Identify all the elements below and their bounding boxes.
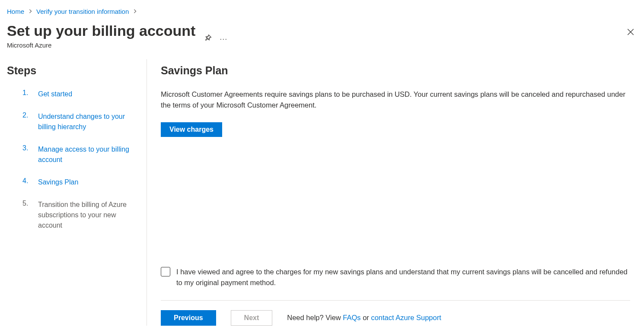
view-charges-button[interactable]: View charges — [161, 122, 222, 137]
step-label: Manage access to your billing account — [38, 144, 138, 165]
step-manage-access[interactable]: 3. Manage access to your billing account — [7, 144, 138, 165]
more-icon[interactable]: ··· — [220, 35, 227, 43]
step-number: 2. — [22, 111, 30, 119]
step-number: 5. — [22, 200, 30, 207]
pin-icon[interactable] — [204, 34, 212, 44]
main-content: Savings Plan Microsoft Customer Agreemen… — [147, 59, 644, 326]
steps-heading: Steps — [7, 64, 138, 77]
close-button[interactable] — [627, 22, 637, 38]
main-description: Microsoft Customer Agreements require sa… — [161, 89, 630, 111]
step-number: 1. — [22, 89, 30, 97]
step-label: Transition the billing of Azure subscrip… — [38, 200, 138, 231]
step-number: 3. — [22, 144, 30, 152]
breadcrumb: Home Verify your transition information — [0, 0, 644, 19]
chevron-right-icon — [133, 8, 137, 15]
agreement-row: I have viewed and agree to the charges f… — [161, 267, 630, 288]
steps-list: 1. Get started 2. Understand changes to … — [7, 89, 138, 231]
page-subtitle: Microsoft Azure — [7, 41, 195, 49]
step-understand-changes[interactable]: 2. Understand changes to your billing hi… — [7, 111, 138, 132]
previous-button[interactable]: Previous — [161, 310, 216, 326]
footer-bar: Previous Next Need help? View FAQs or co… — [161, 300, 630, 326]
step-get-started[interactable]: 1. Get started — [7, 89, 138, 99]
step-label: Get started — [38, 89, 72, 99]
step-savings-plan[interactable]: 4. Savings Plan — [7, 177, 138, 187]
main-heading: Savings Plan — [161, 64, 630, 77]
help-text: Need help? View FAQs or contact Azure Su… — [287, 314, 441, 322]
contact-support-link[interactable]: contact Azure Support — [371, 314, 441, 321]
agreement-text: I have viewed and agree to the charges f… — [176, 267, 630, 288]
page-title: Set up your billing account — [7, 22, 195, 40]
agreement-checkbox[interactable] — [161, 267, 170, 276]
breadcrumb-home[interactable]: Home — [7, 8, 24, 15]
page-header: Set up your billing account Microsoft Az… — [0, 19, 644, 49]
breadcrumb-verify[interactable]: Verify your transition information — [36, 8, 129, 15]
close-icon — [627, 28, 634, 36]
step-label: Understand changes to your billing hiera… — [38, 111, 138, 132]
faqs-link[interactable]: FAQs — [343, 314, 360, 321]
steps-sidebar: Steps 1. Get started 2. Understand chang… — [0, 59, 147, 326]
step-number: 4. — [22, 177, 30, 185]
step-label: Savings Plan — [38, 177, 78, 187]
next-button[interactable]: Next — [231, 310, 273, 326]
step-transition-billing: 5. Transition the billing of Azure subsc… — [7, 200, 138, 231]
chevron-right-icon — [29, 8, 32, 15]
